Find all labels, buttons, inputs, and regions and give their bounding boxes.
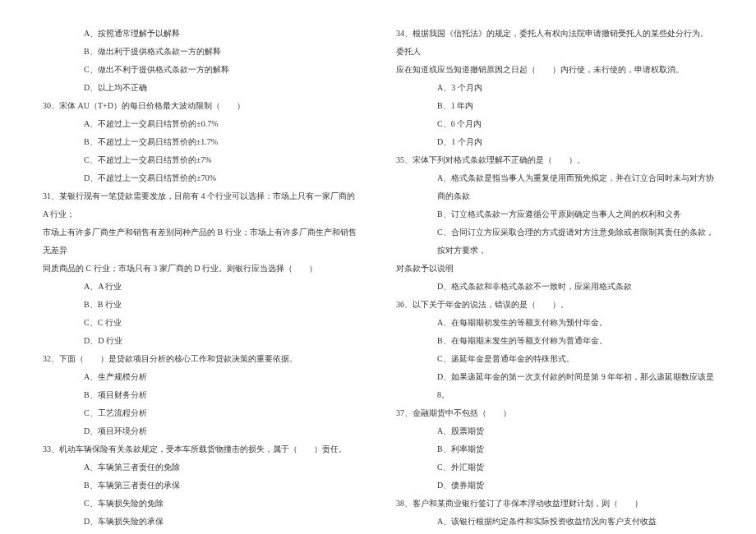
option-35-c-line2: 对条款予以说明 [394, 260, 715, 278]
option-37-b: B、利率期货 [394, 440, 715, 458]
option-33-c: C、车辆损失险的免除 [41, 495, 362, 513]
option-38-a: A、该银行根据约定条件和实际投资收益情况向客户支付收益 [394, 513, 715, 531]
question-36: 36、以下关于年金的说法，错误的是（ ）。 [394, 296, 715, 314]
option-38-b: B、该银行根据约定条件保证客户的收益银行从业考试培训 [394, 531, 715, 534]
option-37-d: D、债券期货 [394, 476, 715, 495]
question-35: 35、宋体下列对格式条款理解不正确的是（ ）。 [394, 151, 715, 169]
option-30-c: C、不超过上一交易日结算价的±7% [41, 151, 362, 169]
question-31-line2: 市场上有许多厂商生产和销售有差别同种产品的 B 行业；市场上有许多厂商生产和销售… [41, 223, 362, 260]
option-29-d: D、以上均不正确 [41, 79, 362, 97]
option-31-b: B、B 行业 [41, 296, 362, 314]
option-36-d: D、如果递延年金的第一次支付款的时间是第 9 年年初，那么递延期数应该是 8。 [394, 368, 715, 404]
option-37-c: C、外汇期货 [394, 458, 715, 476]
left-column: A、按照通常理解予以解释 B、做出利于提供格式条款一方的解释 C、做出不利于提供… [41, 25, 362, 534]
option-31-d: D、D 行业 [41, 332, 362, 350]
option-35-b: B、订立格式条款一方应遵循公平原则确定当事人之间的权利和义务 [394, 205, 715, 223]
option-36-a: A、在每期期初发生的等额支付称为预付年金。 [394, 314, 715, 332]
option-32-a: A、生产规模分析 [41, 368, 362, 386]
option-34-b: B、1 年内 [394, 97, 715, 115]
option-34-c: C、6 个月内 [394, 115, 715, 133]
option-29-b: B、做出利于提供格式条款一方的解释 [41, 43, 362, 61]
option-32-c: C、工艺流程分析 [41, 404, 362, 422]
option-32-b: B、项目财务分析 [41, 386, 362, 404]
option-35-c-line1: C、合同订立方应采取合理的方式提请对方注意免除或者限制其责任的条款，按对方要求， [394, 223, 715, 260]
question-31-line3: 同质商品的 C 行业；市场只有 3 家厂商的 D 行业。则银行应当选择（ ） [41, 260, 362, 278]
question-30: 30、宋体 AU（T+D）的每日价格最大波动限制（ ） [41, 97, 362, 115]
question-34-line1: 34、根据我国《信托法》的规定，委托人有权向法院申请撤销受托人的某些处分行为。委… [394, 25, 715, 61]
option-33-d: D、车辆损失险的承保 [41, 513, 362, 531]
option-36-b: B、在每期期末发生的等额支付称为普通年金。 [394, 332, 715, 350]
option-35-d: D、格式条款和非格式条款不一致时，应采用格式条款 [394, 278, 715, 296]
question-31-line1: 31、某银行现有一笔贷款需要发放，目前有 4 个行业可以选择：市场上只有一家厂商… [41, 187, 362, 223]
question-32: 32、下面（ ）是贷款项目分析的核心工作和贷款决策的重要依据。 [41, 350, 362, 368]
option-31-a: A、A 行业 [41, 278, 362, 296]
option-35-a: A、格式条款是指当事人为重复使用而预先拟定，并在订立合同时未与对方协商的条款 [394, 169, 715, 205]
question-34-line2: 应在知道或应当知道撤销原因之日起（ ）内行使，未行使的，申请权取消。 [394, 61, 715, 79]
option-37-a: A、股票期货 [394, 422, 715, 440]
option-30-d: D、不超过上一交易日结算价的±70% [41, 169, 362, 187]
option-34-d: D、1 个月内 [394, 133, 715, 151]
option-33-a: A、车辆第三者责任的免除 [41, 458, 362, 476]
option-30-a: A、不超过上一交易日结算价的±0.7% [41, 115, 362, 133]
question-37: 37、金融期货中不包括（ ） [394, 404, 715, 422]
option-29-c: C、做出不利于提供格式条款一方的解释 [41, 61, 362, 79]
option-29-a: A、按照通常理解予以解释 [41, 25, 362, 43]
question-33: 33、机动车辆保险有关条款规定，受本车所载货物撞击的损失，属于（ ）责任。 [41, 440, 362, 458]
option-33-b: B、车辆第三者责任的承保 [41, 476, 362, 495]
option-32-d: D、项目环境分析 [41, 422, 362, 440]
option-34-a: A、3 个月内 [394, 79, 715, 97]
right-column: 34、根据我国《信托法》的规定，委托人有权向法院申请撤销受托人的某些处分行为。委… [394, 25, 715, 534]
option-36-c: C、递延年金是普通年金的特殊形式。 [394, 350, 715, 368]
question-38: 38、客户和某商业银行签订了非保本浮动收益理财计划，则（ ） [394, 495, 715, 513]
option-30-b: B、不超过上一交易日结算价的±1.7% [41, 133, 362, 151]
option-31-c: C、C 行业 [41, 314, 362, 332]
